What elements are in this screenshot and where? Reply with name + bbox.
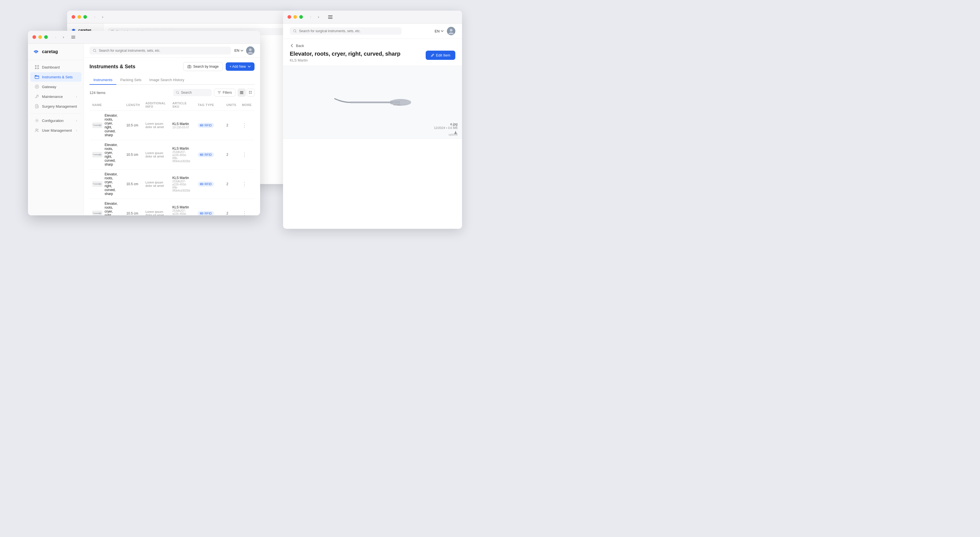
sidebar-item-instruments[interactable]: Instruments & Sets <box>30 72 81 82</box>
nav-back-arrow[interactable]: ‹ <box>91 14 98 21</box>
detail-image-area: KLS Martin e.jpg 12/2024 • 3.6 MB option… <box>283 66 462 139</box>
detail-tl-yellow[interactable] <box>293 15 297 19</box>
bg-titlebar: ‹ › <box>67 11 291 24</box>
search-by-image-button[interactable]: Search by Image <box>183 62 223 71</box>
instrument-image: KLS Martin <box>333 92 412 112</box>
svg-rect-66 <box>94 213 100 214</box>
traffic-light-red[interactable] <box>72 15 75 19</box>
traffic-light-yellow[interactable] <box>78 15 81 19</box>
detail-search-bar[interactable] <box>290 27 402 35</box>
table-row[interactable]: Elevator, roots, cryer, right, curved, s… <box>89 170 255 199</box>
cell-additional: Lorem ipsum dolor sit amet <box>143 170 170 199</box>
more-options-button[interactable]: ⋮ <box>242 181 252 187</box>
main-tl-green[interactable] <box>44 35 48 39</box>
cell-name: Elevator, roots, cryer, right, curved, s… <box>89 170 124 199</box>
grid-view-button[interactable] <box>247 89 255 97</box>
item-thumbnail <box>92 122 102 128</box>
svg-point-12 <box>450 29 452 32</box>
more-options-button[interactable]: ⋮ <box>242 123 252 128</box>
main-nav-forward[interactable]: › <box>60 34 67 41</box>
sidebar-item-gateway[interactable]: Gateway <box>30 82 81 91</box>
nav-forward-arrow[interactable]: › <box>99 14 106 21</box>
svg-rect-48 <box>240 94 243 94</box>
filters-button[interactable]: Filters <box>214 89 235 97</box>
tabs-bar: Instruments Packing Sets Image Search Hi… <box>89 76 255 85</box>
detail-nav-forward[interactable]: › <box>315 14 322 21</box>
user-avatar[interactable] <box>447 27 455 35</box>
svg-rect-9 <box>328 18 332 19</box>
sidebar-toggle-icon[interactable] <box>326 13 334 21</box>
main-topbar: EN <box>84 44 260 57</box>
detail-tl-green[interactable] <box>299 15 303 19</box>
svg-point-39 <box>37 129 38 130</box>
main-tl-yellow[interactable] <box>38 35 42 39</box>
col-tag: TAG TYPE <box>195 99 223 111</box>
main-search-bar[interactable] <box>89 47 231 54</box>
edit-item-button[interactable]: Edit Item <box>426 51 455 60</box>
col-additional: ADDITIONAL INFO <box>143 99 170 111</box>
detail-lang-select[interactable]: EN <box>434 29 444 33</box>
tag-badge: RFID <box>198 181 214 187</box>
sidebar-item-dashboard-label: Dashboard <box>42 65 60 69</box>
svg-point-34 <box>35 85 39 89</box>
table-row[interactable]: Elevator, roots, cryer, right, curved, s… <box>89 199 255 216</box>
detail-search-input[interactable] <box>299 29 398 33</box>
cell-tag-type: RFID <box>195 140 223 170</box>
main-user-avatar[interactable] <box>246 46 255 55</box>
nav-arrows: ‹ › <box>91 14 106 21</box>
main-nav-back[interactable]: ‹ <box>52 34 59 41</box>
col-sku: ARTICLE SKU <box>170 99 195 111</box>
cell-tag-type: RFID <box>195 199 223 216</box>
sidebar-item-dashboard[interactable]: Dashboard <box>30 62 81 72</box>
back-button[interactable]: Back <box>290 43 455 48</box>
more-options-button[interactable]: ⋮ <box>242 152 252 157</box>
list-view-button[interactable] <box>238 89 245 97</box>
table-search-input-wrapper[interactable] <box>173 89 212 96</box>
svg-rect-19 <box>396 101 397 104</box>
tag-badge: RFID <box>198 211 214 215</box>
detail-nav-back[interactable]: ‹ <box>307 14 314 21</box>
svg-rect-8 <box>328 17 332 17</box>
detail-tl-red[interactable] <box>288 15 291 19</box>
sidebar-item-surgery[interactable]: Surgery Management <box>30 102 81 111</box>
svg-rect-20 <box>398 101 398 104</box>
svg-rect-32 <box>38 68 39 69</box>
page-header: Instruments & Sets Search by Image + Add… <box>89 62 255 71</box>
cell-units: 2 <box>223 199 239 216</box>
add-new-button[interactable]: + Add New <box>226 62 255 71</box>
table-search-icon <box>176 91 179 94</box>
table-search-controls: Filters <box>173 89 255 97</box>
traffic-light-green[interactable] <box>83 15 87 19</box>
table-row[interactable]: Elevator, roots, cryer, right, curved, s… <box>89 140 255 170</box>
svg-point-37 <box>37 120 38 121</box>
detail-search-icon <box>293 29 297 33</box>
page-content: Instruments & Sets Search by Image + Add… <box>84 57 260 215</box>
more-options-button[interactable]: ⋮ <box>242 211 252 215</box>
table-search-input[interactable] <box>181 91 209 95</box>
svg-rect-14 <box>390 100 411 104</box>
tab-packing-sets[interactable]: Packing Sets <box>116 76 145 85</box>
cell-length: 10.5 cm <box>124 170 143 199</box>
sidebar-item-configuration[interactable]: Configuration › <box>30 116 81 125</box>
filters-label: Filters <box>223 91 232 95</box>
cell-length: 10.5 cm <box>124 111 143 140</box>
sidebar-item-configuration-label: Configuration <box>42 119 64 123</box>
detail-toolbar-right: EN <box>434 27 455 35</box>
tab-instruments[interactable]: Instruments <box>89 76 116 85</box>
tab-image-search[interactable]: Image Search History <box>145 76 188 85</box>
table-row[interactable]: Elevator, roots, cryer, right, curved, s… <box>89 111 255 140</box>
main-search-input[interactable] <box>99 49 228 52</box>
svg-rect-58 <box>94 154 100 155</box>
col-length: LENGTH <box>124 99 143 111</box>
cell-additional: Lorem ipsum dolor sit amet <box>143 199 170 216</box>
sidebar-item-maintenance[interactable]: Maintenance › <box>30 92 81 101</box>
lang-chevron-icon <box>240 50 243 51</box>
svg-point-60 <box>201 154 202 155</box>
main-tl-red[interactable] <box>32 35 36 39</box>
svg-rect-51 <box>249 92 250 94</box>
svg-point-38 <box>36 129 37 130</box>
main-sidebar-toggle[interactable] <box>71 35 75 40</box>
sidebar-item-user-mgmt[interactable]: User Management › <box>30 126 81 135</box>
svg-rect-54 <box>94 125 100 126</box>
main-lang-select[interactable]: EN <box>234 48 243 52</box>
